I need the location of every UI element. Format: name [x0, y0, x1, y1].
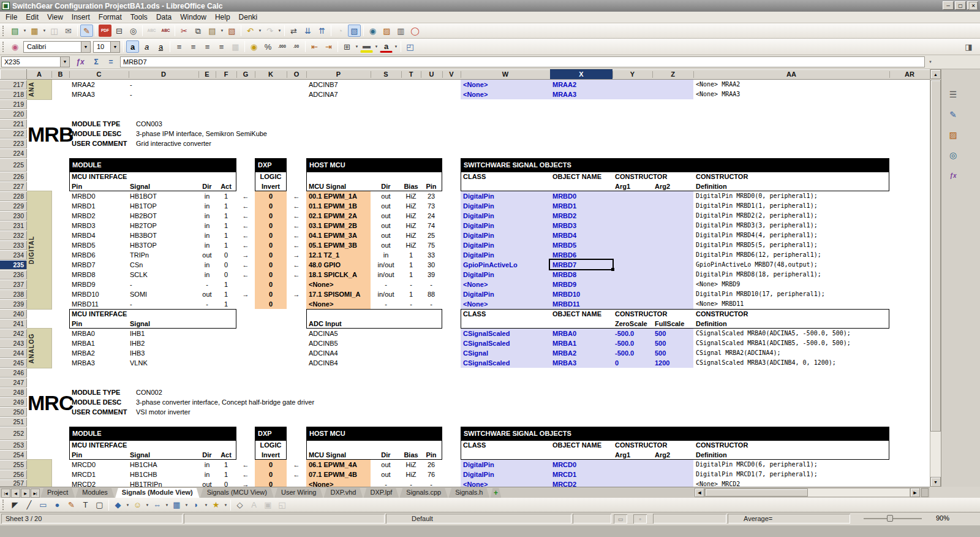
object-name[interactable]: MRBD1	[552, 201, 576, 211]
row-header-220[interactable]: 220	[0, 109, 27, 119]
object-class[interactable]: DigitalPin	[463, 289, 494, 299]
flow-arrow[interactable]: ←	[293, 270, 300, 280]
flow-arrow[interactable]: ←	[293, 230, 300, 240]
header-arg2[interactable]: Arg2	[655, 450, 670, 460]
object-class[interactable]: CSignalScaled	[463, 358, 510, 368]
extrusion-icon[interactable]: ◱	[276, 499, 288, 511]
row-header-257[interactable]: 257	[0, 479, 27, 487]
header-adc-input[interactable]: ADC Input	[309, 319, 342, 329]
value-module-desc[interactable]: 3-phase IPM interface, Semikron SemiKube	[136, 129, 267, 139]
object-name[interactable]: MRCD2	[552, 479, 576, 487]
module-dir[interactable]: in	[205, 221, 210, 230]
module-pin[interactable]: MRBD0	[72, 191, 96, 201]
column-header-D[interactable]: D	[129, 69, 198, 79]
module-act[interactable]: 0	[224, 260, 228, 270]
column-header-X[interactable]: X	[550, 69, 612, 79]
logic-invert[interactable]: 0	[269, 280, 273, 289]
mcu-signal[interactable]: 00.1 EPWM_1A	[309, 191, 357, 201]
module-act[interactable]: 1	[224, 201, 228, 211]
object-class[interactable]: DigitalPin	[463, 191, 494, 201]
module-dir[interactable]: in	[205, 230, 210, 240]
row-header-225[interactable]: 225	[0, 158, 27, 172]
constructor-definition[interactable]: DigitalPin MRBD10(17, peripheral1);	[696, 289, 825, 299]
header-arg1[interactable]: Arg1	[615, 181, 630, 191]
mcu-signal[interactable]: 02.1 EPWM_2A	[309, 211, 357, 221]
constructor-definition[interactable]: DigitalPin MRBD8(18, peripheral1);	[696, 270, 821, 280]
module-signal[interactable]: -	[130, 280, 132, 289]
module-dir[interactable]: in	[205, 270, 210, 280]
last-sheet-icon[interactable]: ▶|	[31, 489, 40, 498]
symbol-shapes-icon[interactable]: ☺	[131, 499, 144, 511]
object-name[interactable]: MRAA2	[552, 80, 576, 90]
row-header-254[interactable]: 254	[0, 450, 27, 460]
module-signal[interactable]: HB1CHA	[130, 460, 157, 470]
object-name[interactable]: MRBD11	[552, 299, 580, 309]
module-pin[interactable]: MRAA3	[72, 90, 95, 99]
header-bias[interactable]: Bias	[404, 181, 418, 191]
module-act[interactable]: 0	[224, 250, 228, 260]
constructor-definition[interactable]: GpioPinActiveLo MRBD7(48,output);	[696, 260, 818, 270]
row-header-253[interactable]: 253	[0, 440, 27, 450]
header-arg2[interactable]: Arg2	[655, 181, 670, 191]
selection-mode-icon[interactable]: ▭	[614, 514, 627, 524]
row-header-217[interactable]: 217	[0, 80, 27, 90]
module-pin[interactable]: MRBD9	[72, 280, 96, 289]
header-mcu-interface[interactable]: MCU INTERFACE	[72, 440, 127, 450]
object-name[interactable]: MRBD2	[552, 211, 576, 221]
vertical-scrollbar-thumb[interactable]	[930, 80, 941, 432]
object-name[interactable]: MRAA3	[552, 90, 576, 99]
module-act[interactable]: 1	[224, 299, 228, 309]
constructor-definition[interactable]: CSignalScaled MRBA3(ADCINB4, 0, 1200);	[696, 358, 836, 368]
constructor-definition[interactable]: CSignalScaled MRBA0(ADCINA5, -500.0, 500…	[696, 329, 851, 338]
row-header-246[interactable]: 246	[0, 368, 27, 378]
mcu-signal[interactable]: 06.1 EPWM_4A	[309, 460, 357, 470]
module-act[interactable]: 0	[224, 270, 228, 280]
close-document-icon[interactable]: ✕	[969, 2, 978, 10]
header-mcu-dir[interactable]: Dir	[381, 450, 390, 460]
header-object-name[interactable]: OBJECT NAME	[552, 309, 601, 319]
object-name[interactable]: MRBD3	[552, 221, 576, 230]
logic-invert[interactable]: 0	[269, 201, 273, 211]
module-act[interactable]: 0	[224, 479, 228, 487]
mcu-dir[interactable]: out	[381, 470, 390, 479]
header-signal[interactable]: Signal	[130, 319, 150, 329]
header-mcu-pin[interactable]: Pin	[426, 450, 436, 460]
module-dir[interactable]: in	[205, 470, 210, 479]
header-constructor[interactable]: CONSTRUCTOR	[696, 172, 748, 181]
module-signal[interactable]: SCLK	[130, 270, 148, 280]
module-pin[interactable]: MRBA1	[72, 338, 95, 348]
constructor-definition[interactable]: DigitalPin MRBD3(3, peripheral1);	[696, 221, 818, 230]
constructor-definition[interactable]: <None> MRBD11	[696, 299, 744, 309]
selection-fill-handle[interactable]	[611, 268, 614, 271]
mcu-signal[interactable]: <None>	[309, 299, 333, 309]
module-dir[interactable]: in	[205, 260, 210, 270]
mcu-dir[interactable]: out	[381, 240, 390, 250]
column-header-W[interactable]: W	[461, 69, 550, 79]
column-header-P[interactable]: P	[306, 69, 371, 79]
column-header-U[interactable]: U	[421, 69, 442, 79]
module-act[interactable]: 1	[224, 240, 228, 250]
object-name[interactable]: MRBA2	[552, 348, 576, 358]
sheet-tab-signals-module-view-[interactable]: Signals (Module View)	[115, 488, 200, 498]
sheet-position-status[interactable]: Sheet 3 / 20	[1, 514, 183, 524]
mcu-dir[interactable]: in/out	[378, 289, 394, 299]
module-pin[interactable]: MRBD10	[72, 289, 99, 299]
callout-shapes-icon[interactable]: ◗	[190, 499, 203, 511]
module-signal[interactable]: HB1BOT	[130, 191, 157, 201]
row-header-231[interactable]: 231	[0, 221, 27, 230]
flow-arrow[interactable]: ←	[293, 191, 300, 201]
object-name[interactable]: MRCD0	[552, 460, 576, 470]
mcu-pin[interactable]: 25	[428, 230, 435, 240]
module-signal[interactable]: HB1CHB	[130, 470, 157, 479]
row-header-228[interactable]: 228	[0, 191, 27, 201]
module-signal[interactable]: IHB2	[130, 338, 145, 348]
scroll-up-icon[interactable]: ▲	[930, 69, 941, 79]
header-mcu-dir[interactable]: Dir	[381, 181, 390, 191]
object-class[interactable]: DigitalPin	[463, 221, 494, 230]
select-icon[interactable]: ◤	[9, 499, 21, 511]
constructor-definition[interactable]: DigitalPin MRCD1(7, peripheral1);	[696, 470, 818, 479]
module-act[interactable]: 1	[224, 289, 228, 299]
row-header-256[interactable]: 256	[0, 470, 27, 479]
object-name[interactable]: MRBD10	[552, 289, 580, 299]
column-header-AR[interactable]: AR	[889, 69, 930, 79]
